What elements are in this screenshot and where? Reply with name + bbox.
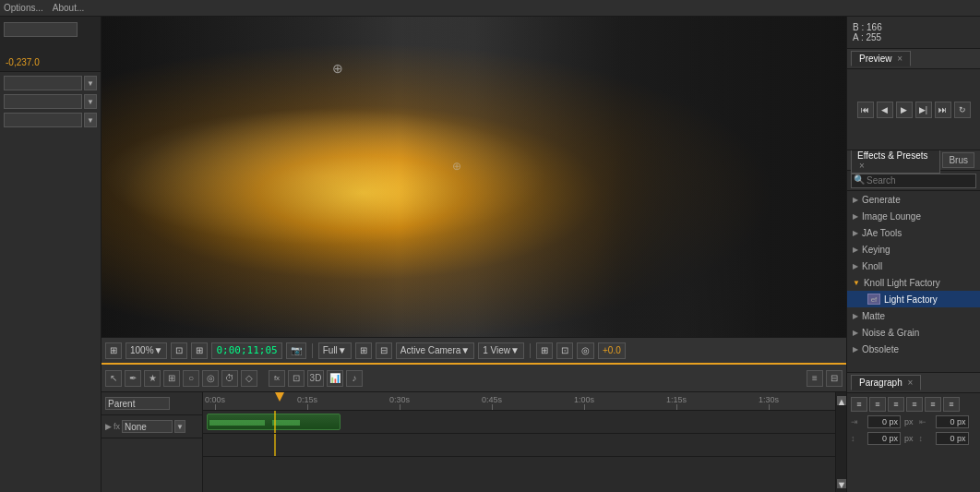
exposure-value[interactable]: +0.0 [598,342,626,359]
align-last-left-btn[interactable]: ≡ [925,397,941,412]
dropdown-arrow-1[interactable]: ▼ [84,76,97,90]
a-value: A : 255 [853,32,974,42]
tl-collapse-btn[interactable]: ≡ [807,370,823,387]
align-center-btn[interactable]: ≡ [869,397,886,412]
motion-blur-btn[interactable]: ⊡ [556,342,573,359]
space-icon-1: ↕ [851,434,866,443]
left-panel-top: -0,237.0 [0,17,101,72]
none-input[interactable] [122,420,173,433]
view-options-btn[interactable]: ⊡ [171,342,187,359]
none-dropdown[interactable]: ▼ [174,420,185,433]
render-btn[interactable]: ◎ [577,342,594,359]
align-right-btn[interactable]: ≡ [888,397,904,412]
tl-expand-btn[interactable]: ⊟ [826,370,843,387]
about-menu[interactable]: About... [53,3,84,13]
effect-obsolete[interactable]: ▶ Obsolete [847,341,980,357]
track-row-2 [203,434,835,457]
effect-keying[interactable]: ▶ Keying [847,241,980,258]
triangle-generate: ▶ [853,196,858,204]
preview-play-btn[interactable]: ▶ [896,102,913,118]
space-input-2[interactable] [936,432,969,445]
dropdown-arrow-2[interactable]: ▼ [84,94,97,109]
view-settings-icon[interactable]: ⊞ [105,342,122,359]
center-area: ⊕ ⊕ ⊞ 100% ▼ ⊡ ⊞ 0;00;11;05 📷 Full ▼ ⊞ ⊟… [102,17,846,492]
paragraph-tab[interactable]: Paragraph × [851,375,921,390]
preview-next-btn[interactable]: ▶| [915,102,932,118]
dropdown-arrow-3[interactable]: ▼ [84,113,97,127]
paragraph-panel: Paragraph × ≡ ≡ ≡ ≡ ≡ ≡ ⇥ px [847,372,980,492]
effects-tab-bar: Effects & Presets × Brus [847,150,980,171]
quality-selector[interactable]: Full ▼ [318,342,352,359]
preview-close[interactable]: × [897,54,902,64]
effect-obsolete-label: Obsolete [862,344,899,354]
align-left-btn[interactable]: ≡ [851,397,867,412]
tick-75: 1:15s [666,395,687,410]
tl-fx-tool[interactable]: fx [269,370,285,387]
indent-label-1: px [904,417,914,426]
dropdown-1[interactable] [4,76,82,90]
effect-generate[interactable]: ▶ Generate [847,191,980,208]
brushes-tab[interactable]: Brus [942,152,974,168]
tl-audio-tool[interactable]: ♪ [346,370,363,387]
tick-90: 1:30s [759,395,779,410]
view-selector[interactable]: 1 View ▼ [478,342,524,359]
space-input-1[interactable] [867,432,901,445]
clip-inner-1 [209,420,265,426]
preview-tab[interactable]: Preview × [851,51,911,66]
tl-mask-tool[interactable]: ⊡ [288,370,305,387]
toggle-grid[interactable]: ⊞ [355,342,372,359]
effect-knoll[interactable]: ▶ Knoll [847,258,980,274]
tl-grid-tool[interactable]: ⊞ [163,370,180,387]
timeline-scrollbar[interactable]: ▲ ▼ [835,392,846,492]
preview-loop-btn[interactable]: ↻ [954,102,971,118]
effects-close[interactable]: × [859,161,865,171]
tick-60: 1:00s [574,395,594,410]
effect-light-factory-sub[interactable]: ef Light Factory [847,291,980,307]
scroll-up[interactable]: ▲ [837,396,846,405]
crosshair-2: ⊕ [452,160,461,173]
search-wrapper: 🔍 [851,174,976,188]
align-last-center-btn[interactable]: ≡ [943,397,960,412]
active-camera-selector[interactable]: Active Camera ▼ [396,342,474,359]
timecode-display[interactable]: 0;00;11;05 [211,342,281,359]
tl-pen-tool[interactable]: ✒ [125,370,141,387]
triangle-knoll: ▶ [853,262,858,270]
preview-prev-btn[interactable]: ◀ [877,102,893,118]
camera-icon[interactable]: 📷 [286,342,306,359]
zoom-level[interactable]: 100% ▼ [125,342,167,359]
tl-3d-tool[interactable]: 3D [307,370,324,387]
effect-knoll-light-factory[interactable]: ▼ Knoll Light Factory [847,274,980,291]
tl-spiral-tool[interactable]: ◎ [202,370,219,387]
triangle-matte: ▶ [853,312,858,320]
resolution-btn[interactable]: ⊞ [191,342,208,359]
tl-clock-tool[interactable]: ⏱ [221,370,238,387]
align-justify-btn[interactable]: ≡ [906,397,923,412]
tl-star-tool[interactable]: ★ [144,370,161,387]
effects-search-input[interactable] [851,174,976,188]
playhead-ruler-marker[interactable] [274,392,285,411]
triangle-keying: ▶ [853,246,858,254]
effect-noise-grain[interactable]: ▶ Noise & Grain [847,324,980,341]
tl-circle-tool[interactable]: ○ [183,370,199,387]
effect-image-lounge[interactable]: ▶ Image Lounge [847,208,980,224]
preview-first-btn[interactable]: ⏮ [857,102,874,118]
scroll-down[interactable]: ▼ [837,479,846,488]
tl-shape-tool[interactable]: ◇ [241,370,257,387]
indent-input-2[interactable] [936,415,969,428]
tl-select-tool[interactable]: ↖ [105,370,122,387]
options-menu[interactable]: Options... [4,3,43,13]
dropdown-3[interactable] [4,113,82,127]
snap-btn[interactable]: ⊞ [536,342,553,359]
effects-presets-tab[interactable]: Effects & Presets × [851,150,940,174]
effect-matte[interactable]: ▶ Matte [847,307,980,324]
dropdown-2[interactable] [4,94,82,109]
tl-graph-tool[interactable]: 📊 [327,370,343,387]
tick-30: 0:30s [389,395,410,410]
effect-jae-tools[interactable]: ▶ JAe Tools [847,224,980,241]
indent-input-1[interactable] [867,415,901,428]
toggle-overlay[interactable]: ⊟ [376,342,392,359]
separator-1 [312,343,313,358]
preview-last-btn[interactable]: ⏭ [935,102,951,118]
paragraph-close[interactable]: × [907,378,913,388]
parent-input[interactable] [105,397,170,410]
